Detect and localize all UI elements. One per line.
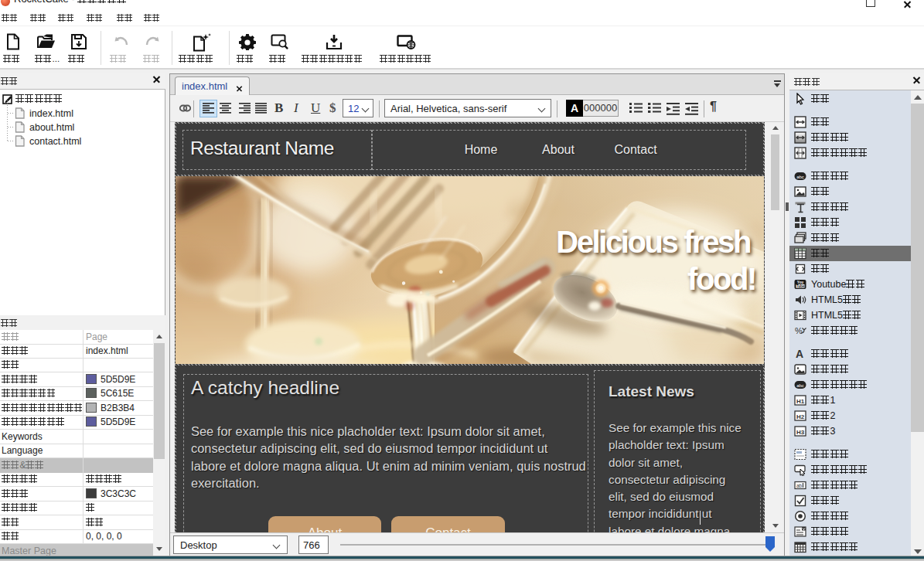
svg-text:H1: H1 xyxy=(796,398,805,405)
svg-text:ab: ab xyxy=(796,483,803,488)
svg-text:%: % xyxy=(795,326,803,335)
svg-text:H3: H3 xyxy=(796,429,805,436)
svg-text:H2: H2 xyxy=(796,413,805,420)
svg-text:abc: abc xyxy=(796,383,804,388)
svg-text:abc: abc xyxy=(796,175,804,179)
svg-text:Tube: Tube xyxy=(796,284,805,288)
svg-text:A: A xyxy=(796,348,803,360)
